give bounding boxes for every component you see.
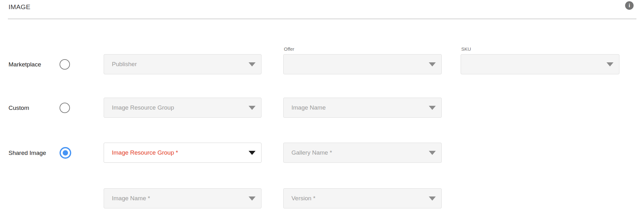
dropdown-offer[interactable] [283, 54, 442, 74]
dropdown-shared-image-resource-group[interactable]: Image Resource Group * [104, 143, 262, 163]
chevron-down-icon [249, 196, 256, 201]
chevron-down-icon [607, 62, 613, 66]
dropdown-placeholder: Version * [291, 195, 315, 202]
dropdown-custom-image-resource-group[interactable]: Image Resource Group [104, 98, 262, 118]
radio-marketplace[interactable] [60, 59, 70, 70]
section-title: IMAGE [9, 3, 31, 11]
radio-shared-image[interactable] [60, 147, 71, 159]
dropdown-placeholder: Image Name [291, 104, 326, 111]
radio-custom[interactable] [60, 103, 70, 113]
chevron-down-icon [429, 196, 436, 201]
section-divider [8, 19, 636, 19]
chevron-down-icon [249, 106, 256, 110]
dropdown-shared-image-name[interactable]: Image Name * [104, 188, 262, 208]
field-label-sku: SKU [461, 46, 471, 52]
dropdown-version[interactable]: Version * [283, 188, 442, 208]
field-label-offer: Offer [284, 46, 294, 52]
dropdown-custom-image-name[interactable]: Image Name [283, 98, 442, 118]
radio-label-marketplace: Marketplace [9, 61, 41, 68]
dropdown-gallery-name[interactable]: Gallery Name * [283, 143, 442, 163]
dropdown-placeholder: Publisher [112, 61, 137, 68]
chevron-down-icon [429, 62, 436, 66]
chevron-down-icon [249, 62, 256, 66]
image-form-section: IMAGE i Marketplace Publisher Offer SKU … [0, 0, 644, 216]
radio-label-custom: Custom [9, 104, 29, 112]
dropdown-placeholder: Image Resource Group [112, 104, 174, 111]
chevron-down-icon [249, 151, 256, 155]
radio-label-shared-image: Shared Image [9, 149, 46, 157]
dropdown-publisher[interactable]: Publisher [104, 54, 262, 74]
dropdown-sku[interactable] [461, 54, 619, 74]
info-icon[interactable]: i [625, 1, 634, 10]
dropdown-placeholder: Gallery Name * [291, 149, 332, 156]
chevron-down-icon [429, 151, 436, 155]
dropdown-placeholder: Image Name * [112, 195, 150, 202]
dropdown-placeholder: Image Resource Group * [112, 149, 178, 156]
radio-selected-dot [63, 150, 68, 156]
chevron-down-icon [429, 106, 436, 110]
